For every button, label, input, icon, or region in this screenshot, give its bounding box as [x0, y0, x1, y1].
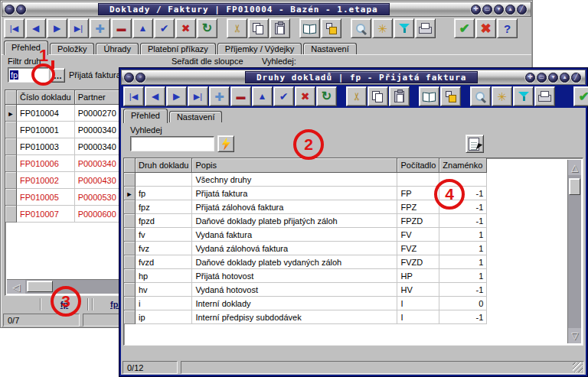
settings-gear-button[interactable]: ✳ — [492, 86, 512, 106]
window-raise-button[interactable]: ▴ — [560, 73, 570, 83]
window-shade-button[interactable]: ▭ — [537, 73, 547, 83]
cell[interactable]: Vydaná faktura — [192, 228, 397, 242]
cell[interactable]: fp — [136, 187, 192, 200]
edit-record-button[interactable]: ▲ — [252, 86, 273, 106]
column-header--slo-dokladu[interactable]: Číslo dokladu — [17, 90, 75, 105]
row-selector-header[interactable] — [5, 90, 17, 105]
row-selector-cell[interactable] — [124, 269, 136, 283]
print-button[interactable] — [415, 18, 436, 38]
cell[interactable]: FP010001 — [17, 122, 75, 138]
cell[interactable]: HP — [397, 269, 439, 283]
table-row[interactable]: iInterní dokladyI0 — [124, 297, 487, 310]
delete-record-button[interactable]: ▬ — [111, 18, 132, 38]
window-lower-button[interactable]: ▾ — [494, 5, 504, 15]
last-record-button[interactable]: ▶| — [188, 86, 208, 106]
cell[interactable]: P0000340 — [75, 155, 120, 172]
window-minimize-button[interactable]: ∘ — [16, 5, 26, 15]
cut-button[interactable]: ✂ — [346, 86, 367, 106]
resize-grip[interactable] — [573, 362, 583, 372]
row-selector-cell[interactable] — [5, 172, 17, 189]
table-row[interactable]: ►fpPřijatá fakturaFP-1 — [124, 187, 487, 200]
row-selector-cell[interactable]: ► — [5, 105, 17, 122]
row-selector-cell[interactable] — [124, 200, 136, 214]
table-row[interactable]: Všechny druhy — [124, 173, 487, 187]
cell[interactable]: FP010003 — [17, 138, 75, 155]
cancel-edit-button[interactable]: ✖ — [295, 86, 315, 106]
filter-funnel-button[interactable] — [513, 86, 534, 106]
table-row[interactable]: fvzVydaná zálohová fakturaFVZ1 — [124, 242, 487, 255]
post-record-button[interactable]: ✔ — [273, 86, 294, 106]
cell[interactable]: Interní doklady — [192, 297, 397, 310]
window-close-button[interactable]: ╱ — [571, 73, 581, 83]
prev-record-button[interactable]: ◀ — [145, 86, 165, 106]
cell[interactable]: 1 — [439, 228, 487, 242]
next-record-button[interactable]: ▶ — [47, 18, 67, 38]
table-row[interactable]: fpzdDaňové doklady plateb přijatých zálo… — [124, 214, 487, 228]
window-maximize-button[interactable]: ✚ — [525, 73, 535, 83]
first-record-button[interactable]: |◀ — [123, 86, 144, 106]
cell[interactable]: Daňové doklady plateb vydaných záloh — [192, 255, 397, 269]
cell[interactable]: fv — [136, 228, 192, 242]
add-record-button[interactable]: ✚ — [209, 86, 230, 106]
cell[interactable]: P0000340 — [75, 122, 120, 138]
cell[interactable]: FP010006 — [17, 155, 75, 172]
edit-record-button[interactable]: ▲ — [132, 18, 153, 38]
copy-to-button[interactable] — [440, 86, 461, 106]
refresh-button[interactable]: ↻ — [197, 18, 217, 38]
cell[interactable]: Vydaná zálohová faktura — [192, 242, 397, 255]
row-selector-cell[interactable] — [5, 206, 17, 223]
row-selector-cell[interactable] — [5, 189, 17, 206]
search-button[interactable] — [351, 18, 371, 38]
fg-vertical-scrollbar[interactable]: △ ▽ — [567, 160, 581, 343]
window-menu-button[interactable]: − — [124, 73, 134, 83]
last-record-button[interactable]: ▶| — [68, 18, 89, 38]
window-lower-button[interactable]: ▾ — [548, 73, 558, 83]
row-selector-cell[interactable] — [124, 310, 136, 324]
cell[interactable]: P0000270 — [75, 105, 120, 122]
help-button[interactable]: ? — [497, 18, 518, 38]
row-selector-cell[interactable] — [124, 214, 136, 228]
cell[interactable]: P0000340 — [75, 138, 120, 155]
filter-druh-input[interactable]: fp — [8, 67, 49, 83]
tab-nastaven-[interactable]: Nastavení — [303, 43, 357, 54]
cell[interactable]: FPZ — [397, 200, 439, 214]
delete-record-button[interactable]: ▬ — [230, 86, 251, 106]
cell[interactable]: Daňové doklady plateb přijatých záloh — [192, 214, 397, 228]
cell[interactable]: Přijatá faktura — [192, 187, 397, 200]
search-button[interactable] — [470, 86, 491, 106]
tab-p-jemky-v-dejky[interactable]: Příjemky / Výdejky — [217, 43, 302, 54]
bg-hscroll-thumb[interactable] — [27, 281, 53, 292]
cell[interactable]: Přijatá zálohová faktura — [192, 200, 397, 214]
post-record-button[interactable]: ✔ — [154, 18, 175, 38]
refresh-button[interactable]: ↻ — [316, 86, 337, 106]
column-header-druh-dokladu[interactable]: Druh dokladu — [136, 158, 192, 173]
cell[interactable]: -1 — [439, 214, 487, 228]
add-record-button[interactable]: ✚ — [90, 18, 110, 38]
cell[interactable]: FV — [397, 228, 439, 242]
cell[interactable]: Přijatá hotovost — [192, 269, 397, 283]
cell[interactable]: Interní předpisy subdodávek — [192, 310, 397, 324]
fg-search-input[interactable] — [130, 136, 214, 151]
cell[interactable]: hv — [136, 283, 192, 297]
table-row[interactable]: ipInterní předpisy subdodávekI-1 — [124, 310, 487, 324]
table-row[interactable]: fpzPřijatá zálohová fakturaFPZ-1 — [124, 200, 487, 214]
table-row[interactable]: fvVydaná fakturaFV1 — [124, 228, 487, 242]
window-menu-button[interactable]: − — [5, 5, 15, 15]
cell[interactable] — [397, 173, 439, 187]
cell[interactable] — [439, 173, 487, 187]
row-selector-cell[interactable] — [124, 297, 136, 310]
cell[interactable]: P0000530 — [75, 189, 120, 206]
copy-button[interactable] — [368, 86, 388, 106]
filter-browse-button[interactable]: … — [51, 68, 65, 83]
cell[interactable]: fpzd — [136, 214, 192, 228]
table-row[interactable]: hvVydaná hotovostHV-1 — [124, 283, 487, 297]
cell[interactable]: fvzd — [136, 255, 192, 269]
scroll-down-icon[interactable]: ▽ — [568, 328, 581, 343]
filter-funnel-button[interactable] — [394, 18, 414, 38]
table-row[interactable]: fvzdDaňové doklady plateb vydaných záloh… — [124, 255, 487, 269]
column-header-popis[interactable]: Popis — [192, 158, 397, 173]
cell[interactable]: 1 — [439, 255, 487, 269]
row-selector-cell[interactable] — [124, 242, 136, 255]
cell[interactable]: fvz — [136, 242, 192, 255]
scroll-left-icon[interactable]: ◁ — [7, 280, 25, 294]
